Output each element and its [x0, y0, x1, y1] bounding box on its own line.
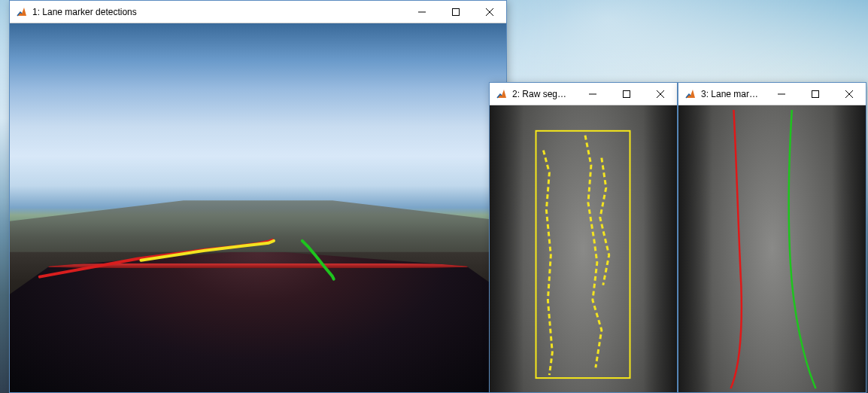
lane-right [302, 241, 334, 279]
maximize-button[interactable] [439, 1, 472, 23]
maximize-button[interactable] [798, 83, 832, 105]
window-title: 3: Lane marke... [701, 89, 764, 99]
lane-left-inner [141, 241, 273, 260]
lane-curve-1 [789, 110, 816, 388]
titlebar[interactable]: 3: Lane marke... [678, 83, 866, 105]
raw-segment-2 [600, 158, 609, 285]
minimize-button[interactable] [405, 1, 439, 23]
lanefit-overlay [678, 105, 866, 392]
raw-segment-1 [585, 136, 602, 367]
close-button[interactable] [643, 83, 677, 105]
svg-rect-1 [452, 8, 459, 15]
segment-overlay [490, 105, 677, 392]
window-title: 2: Raw segme... [512, 89, 575, 99]
svg-rect-9 [812, 90, 818, 97]
figure-canvas [490, 105, 677, 392]
matlab-icon [16, 6, 28, 18]
close-button[interactable] [832, 83, 866, 105]
titlebar[interactable]: 1: Lane marker detections [10, 1, 506, 23]
svg-rect-5 [623, 90, 630, 97]
figure-window-2: 2: Raw segme... [489, 82, 678, 393]
window-title: 1: Lane marker detections [32, 7, 405, 17]
raw-segment-0 [543, 151, 552, 375]
minimize-button[interactable] [764, 83, 798, 105]
figure-window-3: 3: Lane marke... [678, 82, 866, 393]
figure-window-1: 1: Lane marker detections [9, 0, 507, 393]
minimize-button[interactable] [575, 83, 609, 105]
lane-overlay [10, 23, 506, 392]
lane-curve-0 [730, 110, 741, 388]
close-button[interactable] [472, 1, 506, 23]
figure-canvas [678, 105, 866, 392]
matlab-icon [496, 88, 508, 100]
maximize-button[interactable] [609, 83, 643, 105]
figure-canvas [10, 23, 506, 392]
titlebar[interactable]: 2: Raw segme... [490, 83, 677, 105]
matlab-icon [684, 88, 697, 100]
